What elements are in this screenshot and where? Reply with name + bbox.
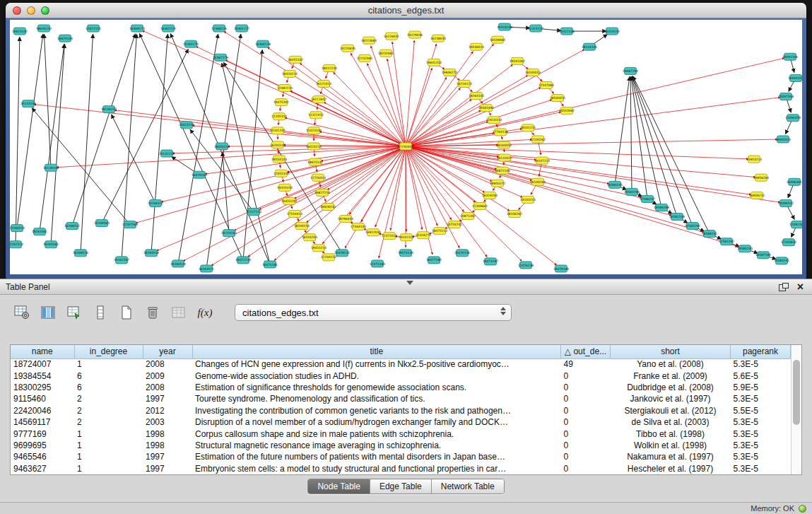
table-cell[interactable]: Embryonic stem cells: a model to study s… [192, 463, 561, 474]
graph-node[interactable]: 20261567 [114, 257, 129, 264]
graph-node[interactable]: 20266522 [148, 199, 163, 206]
graph-node[interactable]: 20132159 [159, 150, 175, 157]
column-header-name[interactable]: name [11, 345, 74, 358]
graph-node[interactable]: 12267569 [122, 221, 138, 228]
column-header-in_degree[interactable]: in_degree [74, 345, 143, 358]
graph-node[interactable]: 19641310 [426, 59, 442, 66]
table-cell[interactable]: 5.5E-5 [731, 405, 791, 416]
graph-node[interactable]: 18235061 [378, 49, 394, 57]
panel-splitter-handle[interactable] [406, 281, 413, 285]
graph-node[interactable]: 16928143 [320, 203, 336, 210]
function-builder-icon[interactable]: f(x) [196, 303, 214, 322]
table-row[interactable]: 977716911998Corpus callosum shape and si… [11, 428, 791, 439]
graph-node[interactable]: 12471183 [370, 260, 385, 267]
graph-node[interactable]: 20423159 [179, 122, 194, 129]
graph-node[interactable]: 16429161 [192, 171, 207, 178]
graph-node[interactable]: 20583296 [624, 188, 640, 195]
graph-node[interactable]: 16110312 [497, 154, 512, 161]
graph-node[interactable]: 19107213 [534, 157, 550, 164]
graph-node[interactable]: 19361177 [234, 25, 249, 32]
table-cell[interactable]: 1 [74, 463, 143, 474]
table-cell[interactable]: 9699695 [11, 440, 74, 451]
graph-node[interactable]: 18540015 [550, 95, 565, 102]
table-cell[interactable]: 1997 [143, 463, 192, 474]
graph-node[interactable]: 14103215 [520, 196, 536, 203]
table-cell[interactable]: 5.6E-5 [731, 370, 791, 381]
graph-node[interactable]: 19093310 [775, 136, 791, 143]
graph-node[interactable]: 17764138 [493, 129, 508, 136]
graph-node[interactable]: 18320215 [282, 70, 298, 77]
table-cell[interactable]: 2 [74, 416, 143, 428]
graph-node[interactable]: 16544013 [525, 69, 541, 76]
table-cell[interactable]: 0 [561, 370, 611, 381]
graph-node[interactable]: 18588241 [702, 230, 717, 238]
graph-node[interactable]: 11322415 [308, 112, 324, 119]
graph-node[interactable]: 19956264 [753, 174, 769, 181]
table-cell[interactable]: Tibbo et al. (1998) [611, 428, 731, 439]
graph-node[interactable]: 12104262 [530, 136, 546, 143]
tab-network-table[interactable]: Network Table [432, 479, 504, 493]
graph-node[interactable]: 17240407 [398, 143, 413, 150]
graph-node[interactable]: 18950372 [490, 180, 505, 187]
graph-node[interactable]: 15423144 [306, 127, 322, 134]
close-panel-icon[interactable]: × [797, 281, 804, 293]
table-cell[interactable]: 1 [74, 428, 143, 439]
network-canvas[interactable]: 1724040719641310199462731621612318264105… [10, 20, 802, 274]
graph-node[interactable]: 20623102 [12, 28, 28, 35]
graph-node[interactable]: 20214162 [221, 230, 237, 237]
graph-node[interactable]: 20312106 [559, 28, 575, 35]
table-cell[interactable]: 2008 [143, 358, 192, 370]
table-cell[interactable]: 18724007 [11, 358, 74, 370]
graph-node[interactable]: 12092363 [789, 221, 802, 228]
column-header-out_degree[interactable]: △ out_de... [561, 345, 611, 358]
table-cell[interactable]: 22420046 [11, 405, 74, 416]
graph-node[interactable]: 16582249 [669, 214, 685, 221]
graph-node[interactable]: 18012234 [322, 64, 337, 71]
graph-node[interactable]: 16094357 [788, 74, 802, 81]
graph-node[interactable]: 18204154 [294, 223, 310, 230]
graph-node[interactable]: 19320154 [277, 184, 293, 191]
graph-node[interactable]: 18264105 [469, 93, 484, 100]
table-cell[interactable]: 2 [74, 405, 143, 416]
table-cell[interactable]: 0 [561, 440, 611, 451]
graph-node[interactable]: 20099312 [778, 199, 794, 206]
table-cell[interactable]: 9463627 [11, 463, 74, 474]
graph-node[interactable]: 12482210 [277, 85, 293, 92]
graph-node[interactable]: 14220635 [340, 45, 355, 52]
graph-node[interactable]: 12622155 [86, 25, 101, 32]
table-cell[interactable]: 1997 [143, 451, 192, 462]
graph-node[interactable]: 19102310 [399, 234, 414, 241]
graph-node[interactable]: 16055102 [288, 56, 303, 63]
graph-node[interactable]: 20470136 [454, 250, 470, 257]
column-header-year[interactable]: year [143, 345, 192, 358]
graph-node[interactable]: 18625142 [307, 158, 323, 165]
graph-node[interactable]: 19229036 [407, 31, 423, 38]
graph-node[interactable]: 12217113 [246, 208, 261, 215]
window-titlebar[interactable]: citations_edges.txt [6, 3, 806, 18]
table-row[interactable]: 1872400712008Changes of HCN gene express… [11, 358, 791, 370]
table-cell[interactable]: Stergiakouli et al. (2012) [611, 405, 731, 416]
table-cell[interactable]: 1997 [143, 393, 192, 404]
table-cell[interactable]: 14569117 [11, 416, 74, 428]
graph-node[interactable]: 19474134 [398, 250, 413, 257]
column-header-short[interactable]: short [611, 345, 731, 358]
graph-node[interactable]: 18554103 [271, 156, 287, 163]
graph-node[interactable]: 18626153 [36, 25, 52, 32]
table-row[interactable]: 946362711997Embryonic stem cells: a mode… [11, 463, 791, 474]
graph-node[interactable]: 20478132 [334, 250, 350, 257]
graph-node[interactable]: 19584243 [737, 245, 753, 252]
import-table-icon[interactable] [170, 303, 188, 322]
graph-node[interactable]: 16549064 [490, 36, 505, 43]
graph-node[interactable]: 12055314 [273, 170, 289, 177]
graph-node[interactable]: 12368126 [211, 25, 227, 32]
graph-node[interactable]: 16455203 [281, 197, 297, 204]
graph-node[interactable]: 16139108 [43, 164, 59, 171]
graph-node[interactable]: 20365175 [183, 40, 199, 47]
graph-node[interactable]: 18473187 [483, 258, 498, 265]
graph-node[interactable]: 18296443 [338, 216, 353, 223]
graph-node[interactable]: 16226031 [384, 33, 399, 40]
table-cell[interactable]: 5.9E-5 [731, 382, 791, 393]
table-scrollbar-thumb[interactable] [793, 360, 800, 425]
graph-node[interactable]: 16587294 [755, 252, 771, 259]
table-cell[interactable]: 5.3E-5 [731, 428, 791, 439]
